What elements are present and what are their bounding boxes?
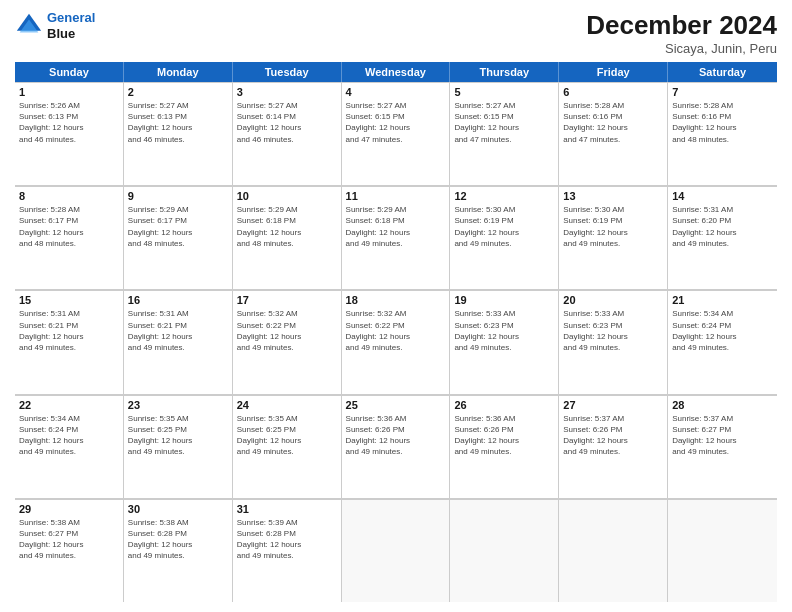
day-info: Sunrise: 5:31 AM Sunset: 6:21 PM Dayligh… (19, 308, 119, 353)
day-number: 3 (237, 86, 337, 98)
day-info: Sunrise: 5:28 AM Sunset: 6:17 PM Dayligh… (19, 204, 119, 249)
day-number: 25 (346, 399, 446, 411)
day-number: 12 (454, 190, 554, 202)
calendar-week-row: 29Sunrise: 5:38 AM Sunset: 6:27 PM Dayli… (15, 499, 777, 602)
day-info: Sunrise: 5:38 AM Sunset: 6:27 PM Dayligh… (19, 517, 119, 562)
weekday-header: Saturday (668, 62, 777, 82)
day-info: Sunrise: 5:36 AM Sunset: 6:26 PM Dayligh… (454, 413, 554, 458)
day-info: Sunrise: 5:37 AM Sunset: 6:27 PM Dayligh… (672, 413, 773, 458)
day-number: 27 (563, 399, 663, 411)
weekday-header: Sunday (15, 62, 124, 82)
calendar-day-cell: 24Sunrise: 5:35 AM Sunset: 6:25 PM Dayli… (233, 395, 342, 498)
logo-icon (15, 12, 43, 40)
day-info: Sunrise: 5:30 AM Sunset: 6:19 PM Dayligh… (454, 204, 554, 249)
day-number: 30 (128, 503, 228, 515)
calendar-body: 1Sunrise: 5:26 AM Sunset: 6:13 PM Daylig… (15, 82, 777, 602)
day-number: 17 (237, 294, 337, 306)
day-info: Sunrise: 5:27 AM Sunset: 6:14 PM Dayligh… (237, 100, 337, 145)
day-number: 26 (454, 399, 554, 411)
day-number: 24 (237, 399, 337, 411)
day-info: Sunrise: 5:28 AM Sunset: 6:16 PM Dayligh… (672, 100, 773, 145)
calendar-week-row: 8Sunrise: 5:28 AM Sunset: 6:17 PM Daylig… (15, 186, 777, 290)
calendar-day-cell: 5Sunrise: 5:27 AM Sunset: 6:15 PM Daylig… (450, 82, 559, 185)
calendar-day-cell: 29Sunrise: 5:38 AM Sunset: 6:27 PM Dayli… (15, 499, 124, 602)
calendar-day-cell: 6Sunrise: 5:28 AM Sunset: 6:16 PM Daylig… (559, 82, 668, 185)
weekday-header: Wednesday (342, 62, 451, 82)
day-info: Sunrise: 5:33 AM Sunset: 6:23 PM Dayligh… (563, 308, 663, 353)
calendar-day-cell: 3Sunrise: 5:27 AM Sunset: 6:14 PM Daylig… (233, 82, 342, 185)
calendar-day-cell: 8Sunrise: 5:28 AM Sunset: 6:17 PM Daylig… (15, 186, 124, 289)
day-info: Sunrise: 5:29 AM Sunset: 6:18 PM Dayligh… (346, 204, 446, 249)
day-number: 11 (346, 190, 446, 202)
day-info: Sunrise: 5:29 AM Sunset: 6:17 PM Dayligh… (128, 204, 228, 249)
day-number: 21 (672, 294, 773, 306)
day-number: 9 (128, 190, 228, 202)
day-number: 18 (346, 294, 446, 306)
day-info: Sunrise: 5:27 AM Sunset: 6:15 PM Dayligh… (346, 100, 446, 145)
title-section: December 2024 Sicaya, Junin, Peru (586, 10, 777, 56)
day-info: Sunrise: 5:27 AM Sunset: 6:15 PM Dayligh… (454, 100, 554, 145)
day-info: Sunrise: 5:31 AM Sunset: 6:20 PM Dayligh… (672, 204, 773, 249)
month-title: December 2024 (586, 10, 777, 41)
calendar-day-cell: 4Sunrise: 5:27 AM Sunset: 6:15 PM Daylig… (342, 82, 451, 185)
day-number: 23 (128, 399, 228, 411)
day-number: 29 (19, 503, 119, 515)
weekday-header: Tuesday (233, 62, 342, 82)
day-info: Sunrise: 5:33 AM Sunset: 6:23 PM Dayligh… (454, 308, 554, 353)
day-number: 1 (19, 86, 119, 98)
day-number: 31 (237, 503, 337, 515)
calendar-day-cell: 31Sunrise: 5:39 AM Sunset: 6:28 PM Dayli… (233, 499, 342, 602)
day-info: Sunrise: 5:38 AM Sunset: 6:28 PM Dayligh… (128, 517, 228, 562)
calendar: SundayMondayTuesdayWednesdayThursdayFrid… (15, 62, 777, 602)
calendar-day-cell: 17Sunrise: 5:32 AM Sunset: 6:22 PM Dayli… (233, 290, 342, 393)
calendar-day-cell (668, 499, 777, 602)
day-number: 7 (672, 86, 773, 98)
calendar-day-cell: 30Sunrise: 5:38 AM Sunset: 6:28 PM Dayli… (124, 499, 233, 602)
day-number: 28 (672, 399, 773, 411)
calendar-day-cell (559, 499, 668, 602)
calendar-day-cell: 16Sunrise: 5:31 AM Sunset: 6:21 PM Dayli… (124, 290, 233, 393)
day-info: Sunrise: 5:28 AM Sunset: 6:16 PM Dayligh… (563, 100, 663, 145)
weekday-header: Friday (559, 62, 668, 82)
calendar-week-row: 1Sunrise: 5:26 AM Sunset: 6:13 PM Daylig… (15, 82, 777, 186)
weekday-header: Thursday (450, 62, 559, 82)
calendar-day-cell (450, 499, 559, 602)
calendar-day-cell: 9Sunrise: 5:29 AM Sunset: 6:17 PM Daylig… (124, 186, 233, 289)
calendar-day-cell: 2Sunrise: 5:27 AM Sunset: 6:13 PM Daylig… (124, 82, 233, 185)
calendar-day-cell: 19Sunrise: 5:33 AM Sunset: 6:23 PM Dayli… (450, 290, 559, 393)
calendar-day-cell: 13Sunrise: 5:30 AM Sunset: 6:19 PM Dayli… (559, 186, 668, 289)
logo-text: General Blue (47, 10, 95, 41)
day-number: 2 (128, 86, 228, 98)
day-number: 20 (563, 294, 663, 306)
day-number: 10 (237, 190, 337, 202)
calendar-day-cell: 23Sunrise: 5:35 AM Sunset: 6:25 PM Dayli… (124, 395, 233, 498)
calendar-header: SundayMondayTuesdayWednesdayThursdayFrid… (15, 62, 777, 82)
day-info: Sunrise: 5:34 AM Sunset: 6:24 PM Dayligh… (19, 413, 119, 458)
day-info: Sunrise: 5:35 AM Sunset: 6:25 PM Dayligh… (128, 413, 228, 458)
calendar-day-cell: 18Sunrise: 5:32 AM Sunset: 6:22 PM Dayli… (342, 290, 451, 393)
day-info: Sunrise: 5:32 AM Sunset: 6:22 PM Dayligh… (237, 308, 337, 353)
day-number: 4 (346, 86, 446, 98)
day-number: 19 (454, 294, 554, 306)
day-info: Sunrise: 5:35 AM Sunset: 6:25 PM Dayligh… (237, 413, 337, 458)
day-number: 16 (128, 294, 228, 306)
day-number: 5 (454, 86, 554, 98)
day-number: 13 (563, 190, 663, 202)
location: Sicaya, Junin, Peru (586, 41, 777, 56)
day-info: Sunrise: 5:30 AM Sunset: 6:19 PM Dayligh… (563, 204, 663, 249)
page: General Blue December 2024 Sicaya, Junin… (0, 0, 792, 612)
calendar-day-cell: 12Sunrise: 5:30 AM Sunset: 6:19 PM Dayli… (450, 186, 559, 289)
calendar-day-cell: 20Sunrise: 5:33 AM Sunset: 6:23 PM Dayli… (559, 290, 668, 393)
calendar-day-cell: 7Sunrise: 5:28 AM Sunset: 6:16 PM Daylig… (668, 82, 777, 185)
calendar-day-cell: 10Sunrise: 5:29 AM Sunset: 6:18 PM Dayli… (233, 186, 342, 289)
calendar-day-cell: 26Sunrise: 5:36 AM Sunset: 6:26 PM Dayli… (450, 395, 559, 498)
calendar-day-cell: 25Sunrise: 5:36 AM Sunset: 6:26 PM Dayli… (342, 395, 451, 498)
calendar-day-cell: 15Sunrise: 5:31 AM Sunset: 6:21 PM Dayli… (15, 290, 124, 393)
day-number: 14 (672, 190, 773, 202)
calendar-day-cell (342, 499, 451, 602)
day-info: Sunrise: 5:26 AM Sunset: 6:13 PM Dayligh… (19, 100, 119, 145)
day-info: Sunrise: 5:27 AM Sunset: 6:13 PM Dayligh… (128, 100, 228, 145)
calendar-day-cell: 21Sunrise: 5:34 AM Sunset: 6:24 PM Dayli… (668, 290, 777, 393)
day-number: 6 (563, 86, 663, 98)
calendar-day-cell: 27Sunrise: 5:37 AM Sunset: 6:26 PM Dayli… (559, 395, 668, 498)
